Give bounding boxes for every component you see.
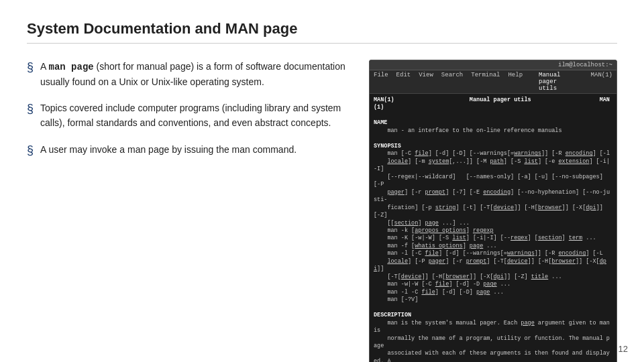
t-syn14: man -l -C file] [-d] [-D] page ... bbox=[374, 289, 612, 296]
bullet-icon-3: § bbox=[27, 143, 34, 158]
t-syn9: man -f [whatis options] page ... bbox=[374, 243, 612, 250]
bullet-text-1: A man page (short for manual page) is a … bbox=[40, 60, 353, 89]
bullet-text-2: Topics covered include computer programs… bbox=[40, 101, 353, 130]
t-name-desc: man - an interface to the on-line refere… bbox=[374, 127, 612, 135]
terminal-menubar: File Edit View Search Terminal Help Manu… bbox=[370, 70, 616, 94]
t-syn15: man [-?V] bbox=[374, 296, 612, 304]
t-syn6: [[section] page ...] ... bbox=[374, 220, 612, 227]
t-name-header: NAME bbox=[374, 119, 612, 127]
menu-terminal[interactable]: Terminal bbox=[471, 72, 500, 92]
t-synopsis-header: SYNOPSIS bbox=[374, 143, 612, 150]
t-blank3 bbox=[374, 304, 612, 312]
menu-help[interactable]: Help bbox=[508, 72, 523, 92]
terminal-window: ilm@localhost:~ File Edit View Search Te… bbox=[369, 60, 617, 362]
t-syn8: man -K [-w|-W] [-S list] [-i|-I] [--rege… bbox=[374, 235, 612, 242]
t-syn11: locale] [-P pager] [-r prompt] [-T[devic… bbox=[374, 258, 612, 274]
t-syn2: locale] [-m system[,...]] [-M path] [-S … bbox=[374, 158, 612, 174]
left-column: § A man page (short for manual page) is … bbox=[27, 60, 353, 362]
terminal-body: MAN(1) Manual pager utils MAN(1) NAME ma… bbox=[370, 94, 616, 362]
man-section: MAN(1) bbox=[591, 72, 612, 92]
right-column: ilm@localhost:~ File Edit View Search Te… bbox=[369, 60, 617, 362]
bullet-item-2: § Topics covered include computer progra… bbox=[27, 101, 353, 130]
menu-edit[interactable]: Edit bbox=[396, 72, 411, 92]
terminal-titlebar: ilm@localhost:~ bbox=[370, 60, 616, 70]
bullet-item-1: § A man page (short for manual page) is … bbox=[27, 60, 353, 89]
terminal-man1: MAN(1) Manual pager utils MAN(1) bbox=[374, 97, 612, 112]
slide-title: System Documentation and MAN page bbox=[27, 20, 617, 44]
t-syn1: man [-C file] [-d] [-D] [--warnings[=war… bbox=[374, 150, 612, 158]
t-syn13: man -w|-W [-C file] [-d] -D page ... bbox=[374, 281, 612, 288]
slide: System Documentation and MAN page § A ma… bbox=[0, 0, 644, 362]
menu-view[interactable]: View bbox=[419, 72, 433, 92]
t-syn5: fication] [-p string] [-t] [-T[device]] … bbox=[374, 204, 612, 220]
t-desc2: normally the name of a program, utility … bbox=[374, 335, 612, 351]
t-syn4: pager] [-r prompt] [-7] [-E encoding] [-… bbox=[374, 189, 612, 204]
page-number: 12 bbox=[619, 344, 628, 354]
menu-file[interactable]: File bbox=[374, 72, 388, 92]
bullet-item-3: § A user may invoke a man page by issuin… bbox=[27, 143, 353, 158]
t-desc3: associated with each of these arguments … bbox=[374, 350, 612, 362]
bullet-icon-2: § bbox=[27, 102, 34, 116]
t-syn12: [-T[device]] [-H[browser]] [-X[dpi]] [-Z… bbox=[374, 274, 612, 281]
t-syn10: man -l [-C file] [-d] [--warnings[=warni… bbox=[374, 250, 612, 257]
content-area: § A man page (short for manual page) is … bbox=[27, 60, 617, 362]
menu-search[interactable]: Search bbox=[441, 72, 463, 92]
t-syn7: man -k [apropos options] regexp bbox=[374, 227, 612, 235]
bullet-icon-1: § bbox=[27, 60, 34, 74]
man-page-mono: man page bbox=[48, 62, 93, 72]
bullet-text-3: A user may invoke a man page by issuing … bbox=[40, 143, 297, 158]
t-desc-header: DESCRIPTION bbox=[374, 312, 612, 319]
t-syn3: [--regex|--wildcard] [--names-only] [-a]… bbox=[374, 174, 612, 189]
t-blank1 bbox=[374, 112, 612, 119]
man-header: Manual pager utils bbox=[539, 72, 575, 92]
t-blank2 bbox=[374, 135, 612, 142]
t-desc1: man is the system's manual pager. Each p… bbox=[374, 320, 612, 335]
